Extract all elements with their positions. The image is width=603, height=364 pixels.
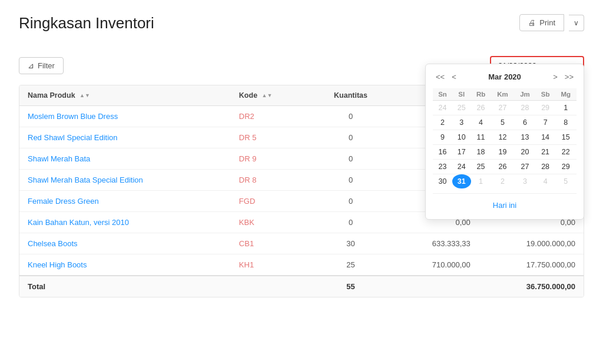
product-qty-cell: 0	[310, 127, 390, 148]
sort-icon-code[interactable]: ▲▼	[262, 93, 273, 98]
cal-day-cell[interactable]: 30	[433, 174, 452, 189]
table-footer-row: Total 55 36.750.000,00	[19, 276, 584, 297]
cal-day-cell[interactable]: 2	[491, 174, 515, 189]
cal-day-cell[interactable]: 13	[514, 130, 535, 145]
product-name-cell: Chelsea Boots	[19, 233, 231, 254]
cal-day-cell[interactable]: 11	[471, 130, 491, 145]
cal-day-cell[interactable]: 3	[452, 115, 471, 130]
product-total-cell: 19.000.000,00	[479, 233, 584, 254]
cal-day-cell[interactable]: 19	[491, 145, 515, 160]
cal-day-header: Sb	[536, 88, 555, 101]
cal-day-cell[interactable]: 29	[555, 160, 577, 174]
cal-day-cell[interactable]: 21	[536, 145, 555, 160]
cal-day-header: Sn	[433, 88, 452, 101]
cal-day-cell[interactable]: 18	[471, 145, 491, 160]
table-row: Kneel High Boots KH1 25 710.000,00 17.75…	[19, 254, 584, 276]
product-harga-cell: 710.000,00	[391, 254, 479, 276]
print-dropdown-button[interactable]: ∨	[569, 15, 584, 31]
cal-day-cell[interactable]: 28	[536, 160, 555, 174]
cal-day-cell[interactable]: 17	[452, 145, 471, 160]
product-total-cell: 17.750.000,00	[479, 254, 584, 276]
product-name-cell: Moslem Brown Blue Dress	[19, 106, 231, 127]
cal-day-cell[interactable]: 25	[471, 160, 491, 174]
cal-day-header: Mg	[555, 88, 577, 101]
product-link[interactable]: Female Dress Green	[28, 197, 99, 206]
cal-day-cell[interactable]: 26	[471, 101, 491, 115]
hari-ini-button[interactable]: Hari ini	[488, 198, 521, 212]
cal-prev-month-button[interactable]: <	[449, 71, 459, 82]
product-name-cell: Kneel High Boots	[19, 254, 231, 276]
product-code-cell: FGD	[231, 191, 311, 212]
cal-day-cell[interactable]: 3	[514, 174, 535, 189]
cal-day-cell[interactable]: 5	[491, 115, 515, 130]
cal-day-cell[interactable]: 15	[555, 130, 577, 145]
print-button[interactable]: 🖨 Print	[519, 14, 564, 31]
cal-day-cell[interactable]: 27	[514, 160, 535, 174]
table-row: Chelsea Boots CB1 30 633.333,33 19.000.0…	[19, 233, 584, 254]
product-qty-cell: 25	[310, 254, 390, 276]
cal-day-cell[interactable]: 29	[536, 101, 555, 115]
product-code-cell: KBK	[231, 212, 311, 233]
footer-label: Total	[19, 276, 231, 297]
cal-day-cell[interactable]: 1	[471, 174, 491, 189]
cal-next-month-button[interactable]: >	[550, 71, 561, 82]
cal-day-cell[interactable]: 25	[452, 101, 471, 115]
cal-day-cell[interactable]: 14	[536, 130, 555, 145]
sort-icon-name[interactable]: ▲▼	[79, 93, 90, 98]
print-icon: 🖨	[528, 18, 536, 27]
product-link[interactable]: Moslem Brown Blue Dress	[28, 112, 118, 121]
product-name-cell: Shawl Merah Bata Special Edition	[19, 170, 231, 191]
product-name-cell: Kain Bahan Katun, versi 2010	[19, 212, 231, 233]
product-code-cell: KH1	[231, 254, 311, 276]
product-name-cell: Red Shawl Special Edition	[19, 127, 231, 148]
product-link[interactable]: Kain Bahan Katun, versi 2010	[28, 218, 129, 227]
cal-day-cell[interactable]: 27	[491, 101, 515, 115]
cal-day-cell[interactable]: 22	[555, 145, 577, 160]
product-code-cell: DR2	[231, 106, 311, 127]
cal-day-cell[interactable]: 12	[491, 130, 515, 145]
cal-day-cell[interactable]: 4	[536, 174, 555, 189]
page-title: Ringkasan Inventori	[19, 14, 154, 32]
cal-day-cell[interactable]: 7	[536, 115, 555, 130]
cal-prev-year-button[interactable]: <<	[433, 71, 448, 82]
product-harga-cell: 633.333,33	[391, 233, 479, 254]
cal-day-cell[interactable]: 9	[433, 130, 452, 145]
cal-month-label: Mar 2020	[488, 72, 521, 81]
cal-day-cell[interactable]: 20	[514, 145, 535, 160]
product-qty-cell: 0	[310, 191, 390, 212]
cal-day-cell[interactable]: 1	[555, 101, 577, 115]
calendar-popup: << < Mar 2020 > >> SnSlRbKmJmSbMg 242526…	[425, 64, 584, 220]
product-qty-cell: 30	[310, 233, 390, 254]
cal-day-cell[interactable]: 23	[433, 160, 452, 174]
product-link[interactable]: Chelsea Boots	[28, 239, 78, 248]
product-code-cell: DR 8	[231, 170, 311, 191]
cal-day-cell[interactable]: 8	[555, 115, 577, 130]
cal-day-cell[interactable]: 24	[433, 101, 452, 115]
cal-next-year-button[interactable]: >>	[562, 71, 577, 82]
cal-day-cell[interactable]: 28	[514, 101, 535, 115]
product-link[interactable]: Red Shawl Special Edition	[28, 133, 117, 142]
product-link[interactable]: Shawl Merah Bata	[28, 154, 90, 163]
cal-day-cell[interactable]: 16	[433, 145, 452, 160]
cal-day-cell[interactable]: 5	[555, 174, 577, 189]
cal-day-header: Jm	[514, 88, 535, 101]
filter-icon: ⊿	[28, 61, 34, 70]
cal-day-cell[interactable]: 4	[471, 115, 491, 130]
footer-total: 36.750.000,00	[479, 276, 584, 297]
cal-day-cell[interactable]: 2	[433, 115, 452, 130]
cal-day-cell[interactable]: 24	[452, 160, 471, 174]
cal-day-cell[interactable]: 31	[452, 174, 471, 189]
footer-qty: 55	[310, 276, 390, 297]
col-header-name: Nama Produk ▲▼	[19, 85, 231, 106]
cal-day-header: Rb	[471, 88, 491, 101]
cal-day-cell[interactable]: 10	[452, 130, 471, 145]
filter-button[interactable]: ⊿ Filter	[19, 57, 64, 74]
cal-day-cell[interactable]: 6	[514, 115, 535, 130]
col-header-qty: Kuantitas	[310, 85, 390, 106]
product-code-cell: DR 9	[231, 148, 311, 170]
product-name-cell: Shawl Merah Bata	[19, 148, 231, 170]
product-link[interactable]: Kneel High Boots	[28, 260, 87, 269]
product-name-cell: Female Dress Green	[19, 191, 231, 212]
product-link[interactable]: Shawl Merah Bata Special Edition	[28, 176, 143, 184]
cal-day-cell[interactable]: 26	[491, 160, 515, 174]
